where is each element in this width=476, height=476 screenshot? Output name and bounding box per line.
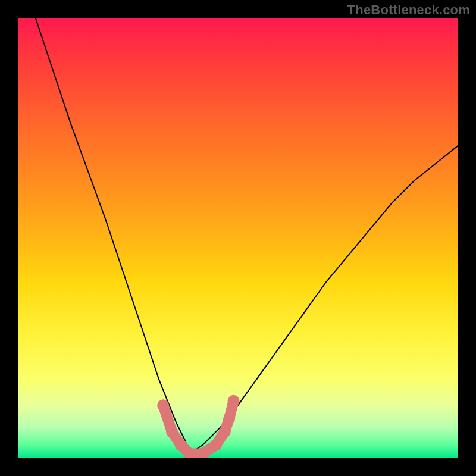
trough-dot: [175, 439, 187, 451]
trough-dot: [228, 395, 240, 407]
chart-frame: TheBottleneck.com: [0, 0, 476, 476]
trough-dot: [219, 426, 231, 438]
curve-left-branch: [36, 18, 190, 454]
trough-dot: [157, 399, 169, 411]
trough-dot: [223, 412, 235, 424]
trough-dot: [166, 426, 178, 438]
trough-dot: [210, 439, 222, 451]
plot-area: [18, 18, 458, 458]
watermark-text: TheBottleneck.com: [347, 2, 470, 18]
curve-layer: [18, 18, 458, 458]
